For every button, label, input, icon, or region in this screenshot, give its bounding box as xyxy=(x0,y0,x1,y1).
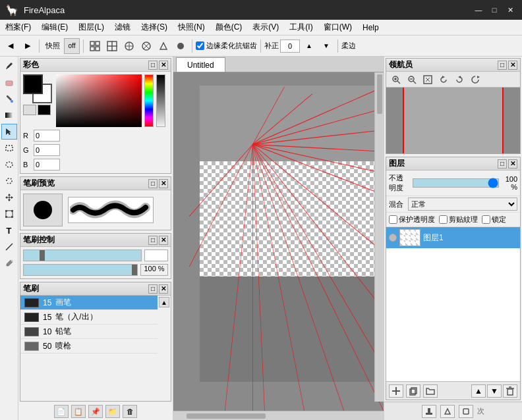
toolbar-forward[interactable]: ▶ xyxy=(20,38,36,54)
layer-copy-btn[interactable] xyxy=(406,384,420,398)
layer-delete-btn[interactable] xyxy=(503,384,517,398)
canvas-tab-untitled[interactable]: Untitled xyxy=(176,57,225,72)
tool-transform[interactable] xyxy=(1,206,17,222)
grid-btn2[interactable] xyxy=(104,38,120,54)
clip-checkbox[interactable] xyxy=(439,215,448,224)
protect-transparency-checkbox[interactable] xyxy=(389,215,397,224)
nav-fit[interactable] xyxy=(420,73,435,86)
correction-up[interactable]: ▲ xyxy=(301,38,317,54)
antialias-checkbox[interactable] xyxy=(196,41,204,50)
paste-btn[interactable]: 📌 xyxy=(88,405,103,418)
menu-window[interactable]: 窗口(W) xyxy=(318,20,357,34)
size-value[interactable]: 15 xyxy=(144,249,168,261)
nav-rotate-ccw[interactable] xyxy=(436,73,451,86)
color-gradient-picker[interactable] xyxy=(56,74,142,127)
rf-btn-2[interactable] xyxy=(440,405,455,418)
hscroll-thumb[interactable] xyxy=(187,413,266,419)
brush-scroll-up[interactable]: ▲ xyxy=(159,297,169,307)
b-input[interactable] xyxy=(34,159,60,171)
grid-btn1[interactable] xyxy=(87,38,103,54)
circle-btn[interactable] xyxy=(173,38,188,54)
tool-pencil[interactable] xyxy=(1,58,17,74)
layer-visibility-0[interactable] xyxy=(389,234,397,242)
nav-reset[interactable] xyxy=(468,73,482,86)
layer-panel-close[interactable]: ✕ xyxy=(508,159,517,169)
color-swatch-light[interactable] xyxy=(23,105,36,115)
brush-preview-restore[interactable]: □ xyxy=(148,179,158,188)
opacity-slider[interactable] xyxy=(23,264,138,276)
brush-item-3[interactable]: 50 喷枪 xyxy=(20,339,158,354)
close-button[interactable]: ✕ xyxy=(504,3,517,16)
menu-layer[interactable]: 图层(L) xyxy=(73,20,109,34)
minimize-button[interactable]: — xyxy=(472,3,485,16)
color-panel-close[interactable]: ✕ xyxy=(159,61,168,70)
grid-btn5[interactable] xyxy=(156,38,171,54)
layer-move-down-btn[interactable]: ▼ xyxy=(487,384,502,398)
grid-btn4[interactable] xyxy=(138,38,154,54)
tool-marquee-ellipse[interactable] xyxy=(1,157,17,172)
menu-help[interactable]: Help xyxy=(357,22,384,34)
layer-add-btn[interactable] xyxy=(389,384,403,398)
menu-color[interactable]: 颜色(C) xyxy=(210,20,248,34)
tool-ruler[interactable] xyxy=(1,239,17,255)
menu-file[interactable]: 档案(F) xyxy=(0,20,36,34)
vscroll-thumb[interactable] xyxy=(377,74,382,114)
folder-btn[interactable]: 📁 xyxy=(105,405,120,418)
layer-item-0[interactable]: 图层1 xyxy=(386,227,520,249)
brush-item-1[interactable]: 15 笔（入/出） xyxy=(20,310,158,325)
blend-mode-select[interactable]: 正常 xyxy=(408,197,517,211)
tool-gradient[interactable] xyxy=(1,107,17,123)
brush-control-restore[interactable]: □ xyxy=(148,236,158,245)
navigator-close[interactable]: ✕ xyxy=(508,61,517,70)
brush-item-0[interactable]: 15 画笔 xyxy=(20,296,158,310)
menu-edit[interactable]: 编辑(E) xyxy=(36,20,73,34)
lock-checkbox[interactable] xyxy=(482,215,490,224)
color-panel-restore[interactable]: □ xyxy=(148,61,158,70)
brush-control-close[interactable]: ✕ xyxy=(159,236,168,245)
color-swatch-dark[interactable] xyxy=(38,105,51,115)
size-slider[interactable] xyxy=(23,249,142,261)
tool-move[interactable] xyxy=(1,190,17,205)
layer-panel-restore[interactable]: □ xyxy=(498,159,507,169)
new-layer-btn[interactable]: 📄 xyxy=(54,405,69,418)
r-input[interactable] xyxy=(34,130,60,142)
brush-list-restore[interactable]: □ xyxy=(148,284,158,294)
tool-lasso[interactable] xyxy=(1,173,17,189)
rf-btn-3[interactable] xyxy=(459,405,473,418)
tool-text[interactable]: T xyxy=(1,223,17,238)
brush-list-close[interactable]: ✕ xyxy=(159,284,168,294)
color-fg-swatch[interactable] xyxy=(23,74,43,94)
snapshot-button[interactable]: 快照 xyxy=(43,38,63,54)
brush-item-2[interactable]: 10 铅笔 xyxy=(20,325,158,339)
menu-snapshot[interactable]: 快照(N) xyxy=(173,20,210,34)
correction-input[interactable] xyxy=(280,39,300,53)
canvas-viewport[interactable] xyxy=(173,72,384,411)
grid-btn3[interactable] xyxy=(121,38,137,54)
nav-rotate-cw[interactable] xyxy=(452,73,467,86)
snap-off-badge[interactable]: off xyxy=(64,38,80,54)
color-hue-slider[interactable] xyxy=(144,74,154,127)
tool-fill[interactable] xyxy=(1,91,17,107)
layer-move-up-btn[interactable]: ▲ xyxy=(471,384,486,398)
menu-select[interactable]: 选择(S) xyxy=(136,20,173,34)
color-alpha-slider[interactable] xyxy=(156,74,165,127)
correction-down[interactable]: ▼ xyxy=(318,38,334,54)
canvas-vscroll[interactable] xyxy=(374,72,384,402)
menu-view[interactable]: 表示(V) xyxy=(247,20,284,34)
rf-btn-1[interactable] xyxy=(422,405,436,418)
opacity-slider[interactable] xyxy=(413,178,499,188)
tool-marquee-rect[interactable] xyxy=(1,140,17,156)
copy-btn[interactable]: 📋 xyxy=(71,405,86,418)
maximize-button[interactable]: □ xyxy=(488,3,501,16)
tool-eyedropper[interactable] xyxy=(1,255,17,271)
brush-preview-close[interactable]: ✕ xyxy=(159,179,168,188)
nav-zoom-in[interactable] xyxy=(389,73,403,86)
navigator-restore[interactable]: □ xyxy=(498,61,507,70)
g-input[interactable] xyxy=(34,144,60,156)
menu-tools[interactable]: 工具(I) xyxy=(284,20,318,34)
layer-folder-btn[interactable] xyxy=(423,384,438,398)
tool-eraser[interactable] xyxy=(1,74,17,90)
delete-btn[interactable]: 🗑 xyxy=(123,405,137,418)
toolbar-back[interactable]: ◀ xyxy=(3,38,18,54)
tool-select-move[interactable] xyxy=(1,124,17,140)
